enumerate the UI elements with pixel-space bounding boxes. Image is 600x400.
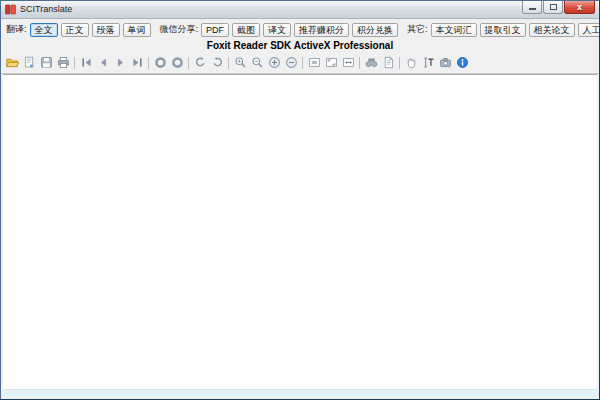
toolbar-separator xyxy=(359,57,360,69)
app-icon xyxy=(5,4,16,15)
document-area[interactable] xyxy=(3,74,597,389)
open-folder-icon[interactable] xyxy=(4,55,20,70)
hand-tool-icon[interactable] xyxy=(403,55,419,70)
maximize-icon xyxy=(550,4,557,10)
minimize-button[interactable] xyxy=(522,1,542,14)
zoom-in-icon[interactable] xyxy=(266,55,282,70)
recommend-earn-points-button[interactable]: 推荐赚积分 xyxy=(294,23,349,37)
app-window: SCITranslate x 翻译: 全文 正文 段落 单词 微信分享: PDF… xyxy=(0,0,600,400)
icon-toolbar xyxy=(1,53,599,74)
previous-page-icon[interactable] xyxy=(95,55,111,70)
previous-view-icon[interactable] xyxy=(152,55,168,70)
toolbar-separator xyxy=(188,57,189,69)
human-translation-button[interactable]: 人工翻译 xyxy=(578,23,600,37)
wechat-share-group-label: 微信分享: xyxy=(160,23,199,36)
translate-body-button[interactable]: 正文 xyxy=(61,23,89,37)
related-papers-button[interactable]: 相关论文 xyxy=(529,23,575,37)
snapshot-camera-icon[interactable] xyxy=(437,55,453,70)
share-translation-button[interactable]: 译文 xyxy=(263,23,291,37)
toolbar-separator xyxy=(228,57,229,69)
toolbar-separator xyxy=(148,57,149,69)
title-bar: SCITranslate x xyxy=(1,1,599,19)
document-vocabulary-button[interactable]: 本文词汇 xyxy=(431,23,477,37)
print-icon[interactable] xyxy=(55,55,71,70)
share-pdf-button[interactable]: PDF xyxy=(201,23,229,37)
maximize-button[interactable] xyxy=(543,1,563,14)
rotate-left-icon[interactable] xyxy=(192,55,208,70)
zoom-out-tool-icon[interactable] xyxy=(249,55,265,70)
toolbar-separator xyxy=(302,57,303,69)
save-as-icon[interactable] xyxy=(21,55,37,70)
toolbar-separator xyxy=(399,57,400,69)
translate-group-label: 翻译: xyxy=(6,23,27,36)
fit-width-icon[interactable] xyxy=(340,55,356,70)
last-page-icon[interactable] xyxy=(129,55,145,70)
status-strip xyxy=(3,389,597,397)
actual-size-icon[interactable] xyxy=(306,55,322,70)
select-text-icon[interactable] xyxy=(420,55,436,70)
next-page-icon[interactable] xyxy=(112,55,128,70)
rotate-right-icon[interactable] xyxy=(209,55,225,70)
next-view-icon[interactable] xyxy=(169,55,185,70)
translate-fulltext-button[interactable]: 全文 xyxy=(30,23,58,37)
save-icon[interactable] xyxy=(38,55,54,70)
snapshot-page-icon[interactable] xyxy=(380,55,396,70)
zoom-out-icon[interactable] xyxy=(283,55,299,70)
other-group-label: 其它: xyxy=(407,23,428,36)
about-icon[interactable] xyxy=(454,55,470,70)
main-toolbar: 翻译: 全文 正文 段落 单词 微信分享: PDF 截图 译文 推荐赚积分 积分… xyxy=(1,19,599,39)
share-screenshot-button[interactable]: 截图 xyxy=(232,23,260,37)
find-icon[interactable] xyxy=(363,55,379,70)
first-page-icon[interactable] xyxy=(78,55,94,70)
sdk-title: Foxit Reader SDK ActiveX Professional xyxy=(1,39,599,53)
window-title: SCITranslate xyxy=(20,4,72,15)
translate-word-button[interactable]: 单词 xyxy=(123,23,151,37)
fit-page-icon[interactable] xyxy=(323,55,339,70)
extract-citations-button[interactable]: 提取引文 xyxy=(480,23,526,37)
translate-paragraph-button[interactable]: 段落 xyxy=(92,23,120,37)
zoom-in-tool-icon[interactable] xyxy=(232,55,248,70)
window-controls: x xyxy=(522,1,599,14)
toolbar-separator xyxy=(74,57,75,69)
points-redeem-button[interactable]: 积分兑换 xyxy=(352,23,398,37)
minimize-icon xyxy=(529,8,536,10)
close-button[interactable]: x xyxy=(564,1,595,14)
